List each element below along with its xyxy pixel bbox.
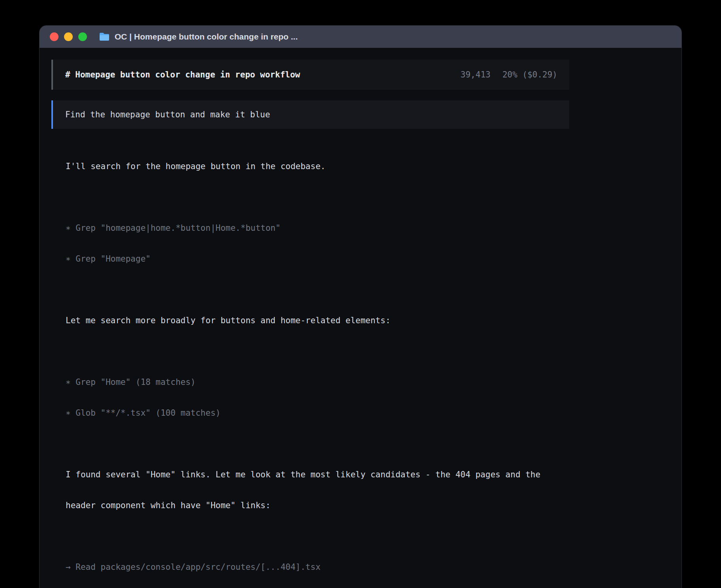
folder-icon	[99, 32, 110, 41]
minimize-button[interactable]	[64, 32, 73, 41]
assistant-paragraph: I'll search for the homepage button in t…	[66, 141, 670, 192]
tool-call-group: ∗ Grep "homepage|home.*button|Home.*butt…	[66, 202, 670, 285]
context-usage: 20% ($0.29)	[502, 70, 557, 80]
assistant-text: I found several "Home" links. Let me loo…	[66, 469, 670, 480]
tool-call-grep: ∗ Grep "homepage|home.*button|Home.*butt…	[66, 223, 670, 233]
session-header: # Homepage button color change in repo w…	[51, 60, 569, 90]
assistant-transcript: I'll search for the homepage button in t…	[51, 141, 670, 588]
assistant-text: I'll search for the homepage button in t…	[66, 161, 670, 172]
user-message: Find the homepage button and make it blu…	[51, 100, 569, 129]
session-stats: 39,413 20% ($0.29)	[461, 70, 557, 80]
close-button[interactable]	[50, 32, 59, 41]
session-title: # Homepage button color change in repo w…	[65, 70, 300, 80]
token-count: 39,413	[461, 70, 491, 80]
tool-call-grep: ∗ Grep "Homepage"	[66, 254, 670, 264]
assistant-paragraph: I found several "Home" links. Let me loo…	[66, 449, 670, 531]
user-message-text: Find the homepage button and make it blu…	[65, 110, 270, 119]
assistant-text: Let me search more broadly for buttons a…	[66, 315, 670, 326]
assistant-paragraph: Let me search more broadly for buttons a…	[66, 295, 670, 346]
tool-call-group: ∗ Grep "Home" (18 matches) ∗ Glob "**/*.…	[66, 356, 670, 439]
tool-call-group: → Read packages/console/app/src/routes/[…	[66, 541, 670, 588]
window-title: OC | Homepage button color change in rep…	[115, 32, 298, 41]
terminal-window: OC | Homepage button color change in rep…	[39, 25, 682, 588]
tool-call-read: → Read packages/console/app/src/routes/[…	[66, 562, 670, 572]
tool-call-glob: ∗ Glob "**/*.tsx" (100 matches)	[66, 408, 670, 418]
tool-call-grep: ∗ Grep "Home" (18 matches)	[66, 377, 670, 387]
zoom-button[interactable]	[78, 32, 87, 41]
window-titlebar[interactable]: OC | Homepage button color change in rep…	[40, 26, 681, 48]
terminal-content: # Homepage button color change in repo w…	[40, 60, 681, 588]
assistant-text: header component which have "Home" links…	[66, 500, 670, 511]
traffic-lights	[50, 32, 87, 41]
